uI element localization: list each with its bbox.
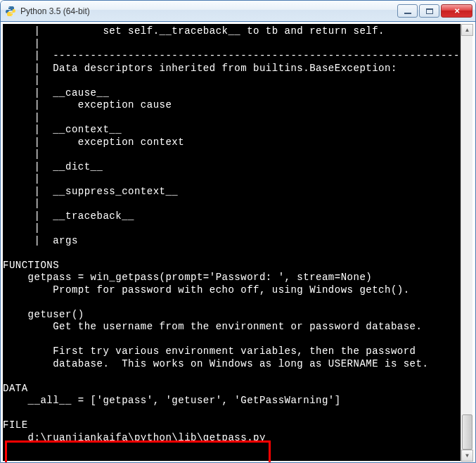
python-icon xyxy=(5,6,16,17)
scroll-track[interactable] xyxy=(461,36,472,450)
titlebar[interactable]: Python 3.5 (64-bit) ✕ xyxy=(1,1,475,22)
maximize-button[interactable] xyxy=(419,4,439,18)
close-button[interactable]: ✕ xyxy=(441,4,472,18)
svg-point-1 xyxy=(11,14,12,15)
console-output[interactable]: | set self.__traceback__ to tb and retur… xyxy=(3,24,463,461)
vertical-scrollbar[interactable]: ▲ ▼ xyxy=(461,24,472,462)
minimize-button[interactable] xyxy=(397,4,418,18)
window-title: Python 3.5 (64-bit) xyxy=(20,6,397,16)
content-area: | set self.__traceback__ to tb and retur… xyxy=(1,22,475,462)
scroll-thumb[interactable] xyxy=(462,414,472,450)
svg-point-0 xyxy=(8,6,9,7)
scroll-down-button[interactable]: ▼ xyxy=(461,450,473,462)
python-console-window: Python 3.5 (64-bit) ✕ | set self.__trace… xyxy=(0,0,476,463)
scroll-up-button[interactable]: ▲ xyxy=(461,24,473,36)
window-controls: ✕ xyxy=(397,4,472,18)
